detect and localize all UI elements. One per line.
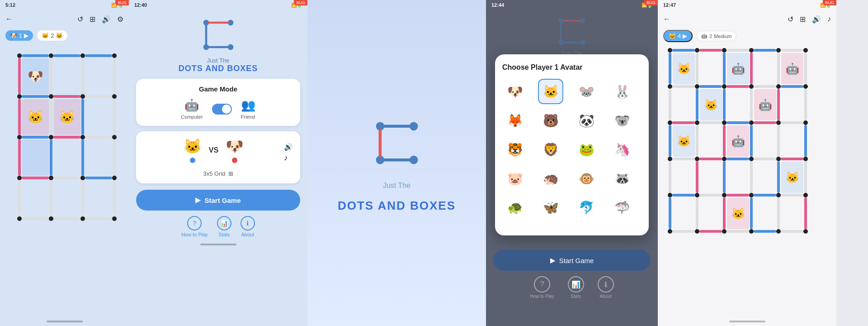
- hline-3-0[interactable]: [22, 177, 49, 179]
- s5-hl-0-3[interactable]: [754, 49, 776, 52]
- s5-hl-4-4[interactable]: [781, 194, 803, 197]
- player2-avatar[interactable]: 🐶: [226, 138, 244, 155]
- s5-hl-1-2[interactable]: [726, 85, 749, 88]
- hline-2-1[interactable]: [53, 136, 80, 139]
- hline-4-1[interactable]: [53, 217, 80, 220]
- s5-vl-4-4[interactable]: [777, 197, 780, 229]
- about-btn-2[interactable]: ℹ About: [241, 216, 255, 237]
- s5-vl-1-5[interactable]: [804, 89, 807, 120]
- back-icon-1[interactable]: ←: [5, 15, 13, 23]
- avatar-shark[interactable]: 🦈: [609, 195, 635, 220]
- s5-vl-0-4[interactable]: [777, 53, 780, 84]
- s5-hl-2-3[interactable]: [754, 121, 776, 124]
- player1-score-btn-5[interactable]: 🐱 4 ▶: [663, 30, 693, 42]
- s5-hl-0-1[interactable]: [699, 49, 722, 52]
- hline-0-2[interactable]: [85, 54, 112, 57]
- avatar-grid[interactable]: 🐶 🐱 🐭 🐰 🦊 🐻 🐼 🐨 🐯 🦁 🐸 🦄 🐷 🦔 🐵 🦝 🐢 🦋 🐬 🦈: [502, 79, 642, 220]
- avatar-cat[interactable]: 🐱: [538, 79, 563, 104]
- s5-vl-1-1[interactable]: [696, 89, 698, 120]
- stats-btn-4[interactable]: 📊 Stats: [568, 276, 584, 299]
- hline-0-0[interactable]: [22, 54, 49, 57]
- avatar-dolphin[interactable]: 🐬: [574, 195, 599, 220]
- grid-icon-5[interactable]: ⊞: [800, 15, 806, 24]
- s5-hl-5-4[interactable]: [781, 230, 803, 233]
- hline-3-1[interactable]: [53, 177, 80, 179]
- avatar-fox[interactable]: 🦊: [502, 108, 528, 133]
- s5-hl-3-3[interactable]: [754, 158, 776, 160]
- grid-icon-1[interactable]: ⊞: [90, 15, 95, 24]
- s5-vl-2-0[interactable]: [669, 125, 671, 157]
- how-to-play-btn-4[interactable]: ? How to Play: [530, 276, 554, 299]
- s5-hl-0-2[interactable]: [726, 49, 749, 52]
- avatar-frog[interactable]: 🐸: [574, 137, 599, 162]
- s5-hl-3-2[interactable]: [726, 158, 749, 160]
- hline-1-2[interactable]: [85, 95, 112, 98]
- how-to-play-btn-2[interactable]: ? How to Play: [181, 216, 208, 237]
- vline-3-1[interactable]: [50, 180, 52, 216]
- s5-vl-2-1[interactable]: [696, 125, 698, 157]
- friend-mode[interactable]: 👥 Friend: [241, 98, 255, 120]
- avatar-monkey[interactable]: 🐵: [574, 166, 599, 191]
- avatar-butterfly[interactable]: 🦋: [538, 195, 563, 220]
- s5-vl-2-2[interactable]: [723, 125, 726, 157]
- s5-vl-3-1[interactable]: [696, 161, 698, 193]
- s5-hl-4-0[interactable]: [672, 194, 695, 197]
- avatar-hedgehog[interactable]: 🦔: [538, 166, 563, 191]
- s5-hl-3-0[interactable]: [672, 158, 695, 160]
- music-icon-2[interactable]: ♪: [284, 154, 293, 162]
- s5-vl-4-3[interactable]: [750, 197, 753, 229]
- vline-3-0[interactable]: [18, 180, 21, 216]
- hline-4-2[interactable]: [85, 217, 112, 220]
- vline-0-2[interactable]: [81, 58, 84, 94]
- avatar-bear[interactable]: 🐻: [538, 108, 563, 133]
- vline-0-1[interactable]: [50, 58, 52, 94]
- computer-mode[interactable]: 🤖 Computer: [181, 98, 203, 120]
- s5-hl-1-1[interactable]: [699, 85, 722, 88]
- hline-4-0[interactable]: [22, 217, 49, 220]
- refresh-icon-1[interactable]: ↺: [77, 15, 83, 24]
- vline-2-3[interactable]: [113, 139, 116, 176]
- s5-hl-4-3[interactable]: [754, 194, 776, 197]
- settings-icon-1[interactable]: ⚙: [117, 15, 123, 24]
- player2-score-btn[interactable]: 🐱 2 🐱: [37, 30, 68, 41]
- s5-vl-0-1[interactable]: [696, 53, 698, 84]
- s5-vl-0-0[interactable]: [669, 53, 671, 84]
- s5-vl-4-1[interactable]: [696, 197, 698, 229]
- s5-vl-3-3[interactable]: [750, 161, 753, 193]
- avatar-koala[interactable]: 🐨: [609, 108, 635, 133]
- vline-0-0[interactable]: [18, 58, 21, 94]
- s5-hl-3-4[interactable]: [781, 158, 803, 160]
- volume-icon-2[interactable]: 🔊: [284, 143, 293, 151]
- player1-score-btn[interactable]: 🐶 1 ▶: [5, 30, 33, 41]
- back-icon-5[interactable]: ←: [663, 15, 670, 23]
- avatar-turtle[interactable]: 🐢: [502, 195, 528, 220]
- refresh-icon-5[interactable]: ↺: [788, 15, 793, 24]
- avatar-panda[interactable]: 🐼: [574, 108, 599, 133]
- hline-1-1[interactable]: [53, 95, 80, 98]
- avatar-dog[interactable]: 🐶: [502, 79, 528, 104]
- hline-0-1[interactable]: [53, 54, 80, 57]
- s5-vl-3-5[interactable]: [804, 161, 807, 193]
- s5-vl-1-2[interactable]: [723, 89, 726, 120]
- player1-avatar[interactable]: 🐱: [184, 138, 202, 155]
- avatar-mouse[interactable]: 🐭: [574, 79, 599, 104]
- s5-hl-5-3[interactable]: [754, 230, 776, 233]
- s5-hl-5-0[interactable]: [672, 230, 695, 233]
- player2-score-btn-5[interactable]: 🤖 2 Medium: [696, 31, 736, 41]
- avatar-tiger[interactable]: 🐯: [502, 137, 528, 162]
- s5-hl-2-1[interactable]: [699, 121, 722, 124]
- vline-1-2[interactable]: [81, 99, 84, 135]
- vline-2-0[interactable]: [18, 139, 21, 176]
- stats-btn-2[interactable]: 📊 Stats: [217, 216, 231, 237]
- s5-hl-2-2[interactable]: [726, 121, 749, 124]
- mode-toggle[interactable]: [212, 104, 232, 115]
- avatar-raccoon[interactable]: 🦝: [609, 166, 635, 191]
- s5-vl-2-3[interactable]: [750, 125, 753, 157]
- s5-vl-3-4[interactable]: [777, 161, 780, 193]
- s5-vl-3-0[interactable]: [669, 161, 671, 193]
- s5-vl-4-0[interactable]: [669, 197, 671, 229]
- s5-vl-2-4[interactable]: [777, 125, 780, 157]
- vline-1-1[interactable]: [50, 99, 52, 135]
- s5-vl-0-2[interactable]: [723, 53, 726, 84]
- start-game-btn-2[interactable]: ▶ Start Game: [136, 190, 300, 211]
